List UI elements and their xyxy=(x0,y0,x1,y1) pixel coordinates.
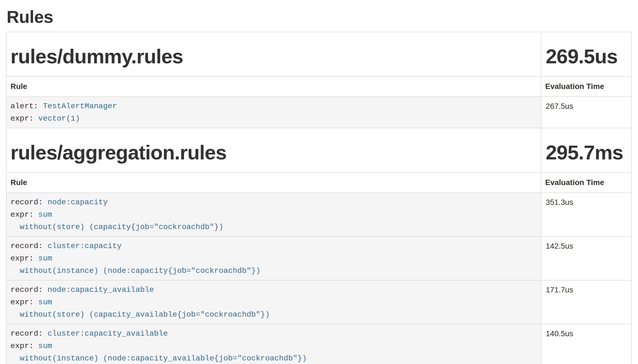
expr-link[interactable]: sum xyxy=(38,254,52,263)
group-evaluation-total: 295.7ms xyxy=(546,142,627,164)
rule-keyword: expr: xyxy=(10,254,38,263)
rule-expression-cell: record: cluster:capacityexpr: sum withou… xyxy=(6,237,541,280)
expr-link[interactable]: sum xyxy=(38,210,52,219)
rule-keyword: record: xyxy=(10,242,47,250)
evaluation-time-column-header: Evaluation Time xyxy=(541,76,631,97)
rule-group-header-row: rules/dummy.rules 269.5us xyxy=(6,32,631,76)
column-header-row: Rule Evaluation Time xyxy=(6,172,631,193)
evaluation-time-value: 171.7us xyxy=(541,280,631,324)
rule-expression: record: cluster:capacityexpr: sum withou… xyxy=(10,240,537,277)
rule-keyword: record: xyxy=(10,286,47,294)
record-name-link[interactable]: node:capacity_available xyxy=(47,286,154,294)
evaluation-time-value: 142.5us xyxy=(541,237,631,280)
rule-file-name: rules/aggregation.rules xyxy=(10,142,537,164)
rule-group-header-row: rules/aggregation.rules 295.7ms xyxy=(6,128,631,172)
page-container: Rules rules/dummy.rules 269.5us Rule xyxy=(0,7,638,364)
rule-column-header: Rule xyxy=(6,172,541,193)
rule-keyword: record: xyxy=(10,198,47,207)
rule-expression: record: node:capacity_availableexpr: sum… xyxy=(10,284,537,321)
column-header-row: Rule Evaluation Time xyxy=(6,76,631,97)
rule-row: record: cluster:capacityexpr: sum withou… xyxy=(6,237,631,280)
rule-expression: record: node:capacityexpr: sum without(s… xyxy=(10,196,537,233)
group-evaluation-total: 269.5us xyxy=(546,45,627,67)
rule-keyword: expr: xyxy=(10,342,38,350)
expr-link[interactable]: without(instance) (node:capacity_availab… xyxy=(10,354,307,363)
expr-link[interactable]: without(instance) (node:capacity{job="co… xyxy=(10,267,260,275)
expr-link[interactable]: without(store) (capacity_available{job="… xyxy=(10,310,270,319)
expr-link[interactable]: sum xyxy=(38,342,52,350)
rules-table: rules/dummy.rules 269.5us Rule Evaluatio… xyxy=(6,32,632,364)
rule-column-header: Rule xyxy=(6,76,541,97)
evaluation-time-column-header: Evaluation Time xyxy=(541,172,631,193)
rule-keyword: alert: xyxy=(10,102,43,110)
evaluation-time-value: 267.5us xyxy=(541,97,631,128)
rule-keyword: expr: xyxy=(10,210,38,219)
rule-row: record: node:capacityexpr: sum without(s… xyxy=(6,193,631,237)
rule-row: record: node:capacity_availableexpr: sum… xyxy=(6,280,631,324)
group-evaluation-total-cell: 269.5us xyxy=(541,32,631,76)
rule-keyword: expr: xyxy=(10,298,38,306)
rule-expression-cell: alert: TestAlertManagerexpr: vector(1) xyxy=(6,97,541,128)
rule-row: alert: TestAlertManagerexpr: vector(1) 2… xyxy=(6,97,631,128)
alert-name-link[interactable]: TestAlertManager xyxy=(43,102,117,110)
rule-expression-cell: record: cluster:capacity_availableexpr: … xyxy=(6,324,541,364)
rule-file-name: rules/dummy.rules xyxy=(10,45,537,67)
page-title: Rules xyxy=(7,7,632,26)
evaluation-time-value: 351.3us xyxy=(541,193,631,237)
rules-page: Rules rules/dummy.rules 269.5us Rule xyxy=(0,0,638,364)
group-evaluation-total-cell: 295.7ms xyxy=(541,128,631,172)
expr-link[interactable]: sum xyxy=(38,298,52,306)
rule-expression-cell: record: node:capacityexpr: sum without(s… xyxy=(6,193,541,237)
rule-expression: alert: TestAlertManagerexpr: vector(1) xyxy=(10,100,537,125)
record-name-link[interactable]: cluster:capacity xyxy=(47,242,121,250)
rule-keyword: expr: xyxy=(10,114,38,123)
rule-keyword: record: xyxy=(10,329,47,338)
expr-link[interactable]: without(store) (capacity{job="cockroachd… xyxy=(10,223,223,231)
rule-file-cell: rules/dummy.rules xyxy=(6,32,541,76)
record-name-link[interactable]: node:capacity xyxy=(47,198,107,207)
rule-file-cell: rules/aggregation.rules xyxy=(6,128,541,172)
evaluation-time-value: 140.5us xyxy=(541,324,631,364)
record-name-link[interactable]: cluster:capacity_available xyxy=(47,329,168,338)
rule-row: record: cluster:capacity_availableexpr: … xyxy=(6,324,631,364)
expr-link[interactable]: vector(1) xyxy=(38,114,80,123)
rule-expression: record: cluster:capacity_availableexpr: … xyxy=(10,327,537,364)
rule-expression-cell: record: node:capacity_availableexpr: sum… xyxy=(6,280,541,324)
